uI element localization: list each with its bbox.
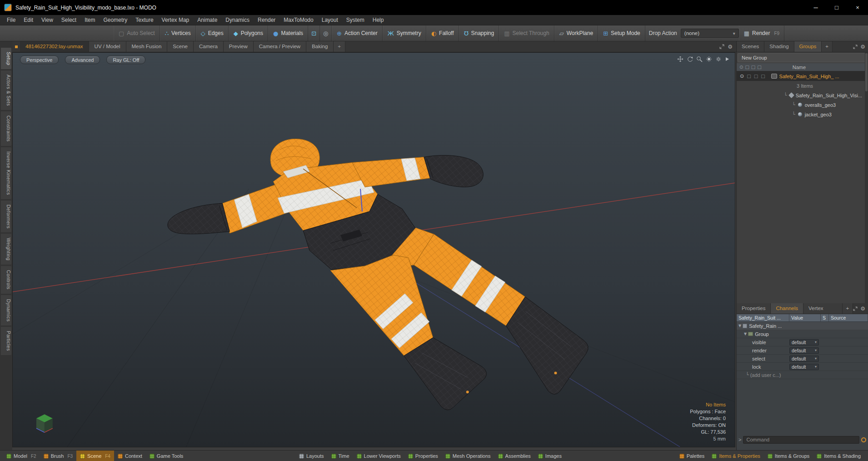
layout-brush-button[interactable]: Brush F3: [40, 451, 76, 461]
minimize-button[interactable]: ─: [805, 0, 826, 15]
polygons-button[interactable]: ◆ Polygons: [229, 25, 268, 41]
shading-advanced-button[interactable]: Advanced: [65, 55, 100, 64]
tree-row-mesh-jacket[interactable]: └ jacket_geo3: [737, 110, 868, 119]
menu-view[interactable]: View: [37, 15, 57, 25]
tab-properties[interactable]: Properties: [737, 303, 771, 314]
expand-tabs-icon[interactable]: [719, 44, 724, 49]
channels-expand-icon[interactable]: [853, 306, 858, 311]
snapping-button[interactable]: Ω Snapping: [459, 25, 499, 41]
channel-row-visible[interactable]: visible default ▾: [737, 338, 868, 346]
edges-button[interactable]: ◇ Edges: [196, 25, 229, 41]
materials-button[interactable]: ● Materials: [268, 25, 308, 41]
layout-game-tools-button[interactable]: Game Tools: [146, 451, 187, 461]
items-properties-button[interactable]: Items & Properties: [708, 451, 763, 461]
menu-render[interactable]: Render: [254, 15, 279, 25]
mesh-operations-button[interactable]: Mesh Operations: [442, 451, 494, 461]
left-tab-deformers[interactable]: Deformers: [1, 200, 11, 233]
groups-expand-icon[interactable]: [853, 45, 858, 49]
left-tab-setup[interactable]: Setup: [1, 48, 11, 69]
lock-toggle-icon[interactable]: □: [753, 74, 759, 79]
left-tab-weighting[interactable]: Weighting: [1, 234, 11, 265]
expand-triangle-icon[interactable]: ▼: [737, 324, 743, 328]
assemblies-button[interactable]: Assemblies: [494, 451, 534, 461]
menu-system[interactable]: System: [342, 15, 369, 25]
left-tab-actors-sets[interactable]: Actors & Sets: [1, 70, 11, 110]
left-tab-particles[interactable]: Particles: [1, 327, 11, 355]
shading-options-icon[interactable]: [706, 56, 712, 62]
lock-value-dropdown[interactable]: default ▾: [789, 364, 819, 370]
groups-gear-icon[interactable]: ⚙: [860, 44, 865, 50]
render-button[interactable]: ▦ Render F9: [739, 25, 784, 41]
left-tab-constraints[interactable]: Constraints: [1, 111, 11, 146]
menu-vertex-map[interactable]: Vertex Map: [158, 15, 194, 25]
add-groups-tab-button[interactable]: +: [822, 41, 833, 52]
tabbar-gear-icon[interactable]: ⚙: [728, 44, 733, 50]
select-value-dropdown[interactable]: default ▾: [789, 356, 819, 362]
layout-model-button[interactable]: Model F2: [3, 451, 40, 461]
drop-action-dropdown[interactable]: (none) ▾: [681, 29, 739, 38]
channel-row-lock[interactable]: lock default ▾: [737, 363, 868, 371]
tree-row-group[interactable]: ⊙ □ □ □ Safety_Rain_Suit_High_ ...: [737, 71, 868, 81]
viewport-menu-arrow-icon[interactable]: [725, 56, 729, 62]
menu-item[interactable]: Item: [80, 15, 99, 25]
tab-camera-preview[interactable]: Camera / Preview: [254, 41, 306, 52]
maximize-button[interactable]: □: [826, 0, 847, 15]
visible-value-dropdown[interactable]: default ▾: [789, 339, 819, 346]
menu-maxtomodo[interactable]: MaxToModo: [279, 15, 317, 25]
locator-name-label[interactable]: Safety_Rain_Suit_High_Visi...: [796, 93, 863, 98]
palettes-button[interactable]: Palettes: [676, 451, 708, 461]
channel-item-name[interactable]: Safety_Rain ...: [749, 323, 782, 329]
tab-channels[interactable]: Channels: [771, 303, 803, 314]
left-tab-controls[interactable]: Controls: [1, 266, 11, 293]
images-button[interactable]: Images: [534, 451, 565, 461]
viewport-gear-icon[interactable]: [715, 56, 722, 62]
tab-lay-unmax[interactable]: 48146227302:lay-unmax: [20, 41, 89, 52]
time-button[interactable]: Time: [328, 451, 353, 461]
select-through-button[interactable]: ▥ Select Through: [499, 25, 554, 41]
tab-camera[interactable]: Camera: [194, 41, 224, 52]
overalls-name-label[interactable]: overalls_geo3: [805, 102, 836, 108]
tab-vertex-maps[interactable]: Vertex Maps: [803, 303, 843, 314]
channels-gear-icon[interactable]: ⚙: [860, 306, 865, 312]
pan-icon[interactable]: [677, 56, 683, 62]
expand-triangle-icon[interactable]: ▼: [742, 332, 748, 336]
lower-viewports-button[interactable]: Lower Viewports: [353, 451, 404, 461]
tab-baking[interactable]: Baking: [306, 41, 334, 52]
auto-select-button[interactable]: ▢ Auto Select: [114, 25, 160, 41]
falloff-button[interactable]: ◐ Falloff: [426, 25, 459, 41]
menu-geometry[interactable]: Geometry: [100, 15, 132, 25]
render-toggle-icon[interactable]: □: [745, 74, 752, 79]
tab-uv-model[interactable]: UV / Model: [89, 41, 126, 52]
orbit-icon[interactable]: [687, 56, 693, 62]
zoom-icon[interactable]: [696, 56, 703, 62]
items-shading-button[interactable]: Items & Shading: [813, 451, 864, 461]
menu-help[interactable]: Help: [369, 15, 388, 25]
action-center-button[interactable]: ⊕ Action Center: [332, 25, 383, 41]
close-button[interactable]: ×: [847, 0, 868, 15]
menu-texture[interactable]: Texture: [131, 15, 157, 25]
select-toggle-icon[interactable]: □: [759, 74, 766, 79]
add-channels-tab-button[interactable]: +: [843, 303, 853, 314]
tree-row-locator[interactable]: └ Safety_Rain_Suit_High_Visi...: [737, 90, 868, 100]
tab-preview[interactable]: Preview: [224, 41, 254, 52]
channel-row-group[interactable]: ▼ Group: [737, 330, 868, 338]
layouts-button[interactable]: Layouts: [295, 451, 328, 461]
ray-gl-button[interactable]: Ray GL: Off: [106, 55, 145, 64]
perspective-button[interactable]: Perspective: [20, 55, 59, 64]
channel-row-item[interactable]: ▼ Safety_Rain ...: [737, 322, 868, 330]
items-groups-button[interactable]: Items & Groups: [764, 451, 813, 461]
layout-context-button[interactable]: Context: [114, 451, 146, 461]
command-input[interactable]: [743, 436, 859, 444]
left-tab-dynamics[interactable]: Dynamics: [1, 295, 11, 326]
item-mode-button[interactable]: ⊡: [308, 25, 320, 41]
channel-row-render[interactable]: render default ▾: [737, 346, 868, 355]
tab-groups[interactable]: Groups: [794, 41, 822, 52]
channel-row-add-user[interactable]: └ (add user c...): [737, 371, 868, 379]
setup-mode-button[interactable]: ⊞ Setup Mode: [598, 25, 645, 41]
symmetry-button[interactable]: Ж Symmetry: [383, 25, 426, 41]
tree-row-mesh-overalls[interactable]: └ overalls_geo3: [737, 100, 868, 110]
vertices-button[interactable]: ∴ Vertices: [160, 25, 196, 41]
tab-mesh-fusion[interactable]: Mesh Fusion: [126, 41, 168, 52]
menu-select[interactable]: Select: [57, 15, 80, 25]
eye-icon[interactable]: ⊙: [737, 73, 745, 79]
